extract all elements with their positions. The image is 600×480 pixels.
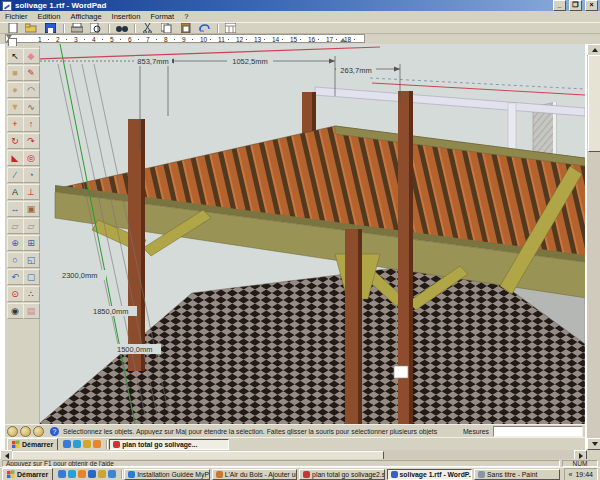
attribution-icon[interactable] bbox=[33, 426, 44, 437]
find-icon[interactable] bbox=[112, 22, 131, 35]
menu-affichage[interactable]: Affichage bbox=[65, 12, 106, 21]
task-button-wordpad[interactable]: solivage 1.rtf - WordP... bbox=[387, 469, 472, 480]
vertical-scrollbar[interactable] bbox=[587, 44, 600, 450]
eraser-tool[interactable]: ◆ bbox=[23, 48, 40, 64]
circle-tool[interactable]: ● bbox=[7, 82, 24, 98]
print-preview-icon[interactable] bbox=[86, 22, 105, 35]
push-pull-tool[interactable]: ↑ bbox=[23, 116, 40, 132]
media-player-icon[interactable] bbox=[73, 440, 81, 448]
rectangle-tool[interactable]: ■ bbox=[7, 65, 24, 81]
task-button-paint[interactable]: Sans titre - Paint bbox=[474, 469, 559, 480]
section-plane-tool[interactable]: ▤ bbox=[23, 303, 40, 319]
position-camera-tool[interactable]: ⊙ bbox=[7, 286, 24, 302]
date-time-icon[interactable] bbox=[221, 22, 240, 35]
scroll-down-button[interactable] bbox=[587, 438, 600, 450]
sketchup-hint-text: Sélectionnez les objets. Appuyez sur Maj… bbox=[63, 428, 461, 435]
axes-tool[interactable]: ⊥ bbox=[23, 184, 40, 200]
pan-tool[interactable]: ⊞ bbox=[23, 235, 40, 251]
orbit-tool[interactable]: ⊕ bbox=[7, 235, 24, 251]
ruler-number: 11 bbox=[218, 35, 225, 44]
paste-icon[interactable] bbox=[176, 22, 195, 35]
ruler-numbers[interactable]: 123456789101112131415161718 bbox=[5, 34, 365, 43]
task-icon bbox=[478, 471, 485, 478]
menu-aide[interactable]: ? bbox=[179, 12, 193, 21]
outlook-icon[interactable] bbox=[88, 470, 96, 478]
media-player-icon[interactable] bbox=[68, 470, 76, 478]
sun-app-icon[interactable] bbox=[83, 440, 91, 448]
task-button-installation[interactable]: Installation Guidée MyPC... bbox=[124, 469, 209, 480]
sketchup-canvas[interactable]: 853,7mm 1052,5mm 263,7mm 2300,0mm 1850,0… bbox=[40, 44, 585, 424]
browser-icon[interactable] bbox=[108, 470, 116, 478]
dimension-tool[interactable]: ↔ bbox=[7, 201, 24, 217]
document-area[interactable]: ↖◆■✎●◠▼∿+↑↻↷◣◎∕◔A⊥↔▣▱▱⊕⊞○◱↶▢⊙∴◉▤ bbox=[0, 44, 600, 450]
zoom-extents-tool[interactable]: ▢ bbox=[23, 269, 40, 285]
cut-icon[interactable] bbox=[138, 22, 157, 35]
task-button-air-du-bois[interactable]: L'Air du Bois - Ajouter un... bbox=[212, 469, 297, 480]
attribution-icon[interactable] bbox=[7, 426, 18, 437]
follow-me-tool[interactable]: ↷ bbox=[23, 133, 40, 149]
embedded-sketchup-image[interactable]: ↖◆■✎●◠▼∿+↑↻↷◣◎∕◔A⊥↔▣▱▱⊕⊞○◱↶▢⊙∴◉▤ bbox=[5, 44, 585, 450]
zoom-tool[interactable]: ○ bbox=[7, 252, 24, 268]
sketchup-toolbar: ↖◆■✎●◠▼∿+↑↻↷◣◎∕◔A⊥↔▣▱▱⊕⊞○◱↶▢⊙∴◉▤ bbox=[5, 46, 40, 424]
polygon-tool[interactable]: ▼ bbox=[7, 99, 24, 115]
tape-measure-tool[interactable]: ∕ bbox=[7, 167, 24, 183]
zoom-window-tool[interactable]: ◱ bbox=[23, 252, 40, 268]
minimize-button[interactable]: _ bbox=[553, 0, 566, 11]
arrow-left-icon bbox=[5, 453, 9, 459]
make-component-tool[interactable]: ▱ bbox=[7, 218, 24, 234]
rotate-tool[interactable]: ↻ bbox=[7, 133, 24, 149]
freehand-tool[interactable]: ∿ bbox=[23, 99, 40, 115]
print-icon[interactable] bbox=[67, 22, 86, 35]
ruler-number: 2 bbox=[56, 35, 60, 44]
close-button[interactable]: × bbox=[585, 0, 598, 11]
menu-format[interactable]: Format bbox=[145, 12, 179, 21]
task-button-sketchup-plan[interactable]: plan total go solivage2.s... bbox=[299, 469, 384, 480]
dim-height-1: 2300,0mm bbox=[62, 271, 97, 280]
center-post bbox=[345, 229, 362, 424]
group-tool[interactable]: ▱ bbox=[23, 218, 40, 234]
copy-icon[interactable] bbox=[157, 22, 176, 35]
tray-chevron[interactable]: « bbox=[569, 471, 573, 478]
arrow-down-icon bbox=[592, 442, 598, 446]
internet-explorer-icon[interactable] bbox=[63, 440, 71, 448]
help-icon[interactable]: ? bbox=[50, 427, 59, 436]
wordpad-status-bar: Appuyez sur F1 pour obtenir de l'aide NU… bbox=[0, 459, 600, 467]
chrome-icon[interactable] bbox=[93, 440, 101, 448]
walk-tool[interactable]: ∴ bbox=[23, 286, 40, 302]
paint-bucket-tool[interactable]: ▣ bbox=[23, 201, 40, 217]
look-around-tool[interactable]: ◉ bbox=[7, 303, 24, 319]
line-tool[interactable]: ✎ bbox=[23, 65, 40, 81]
start-button[interactable]: Démarrer bbox=[2, 468, 53, 480]
embedded-task-button[interactable]: plan total go solivage... bbox=[109, 439, 229, 450]
move-tool[interactable]: + bbox=[7, 116, 24, 132]
previous-view-tool[interactable]: ↶ bbox=[7, 269, 24, 285]
chrome-icon[interactable] bbox=[78, 470, 86, 478]
show-desktop-icon[interactable] bbox=[98, 470, 106, 478]
text-tool[interactable]: A bbox=[7, 184, 24, 200]
internet-explorer-icon[interactable] bbox=[58, 470, 66, 478]
task-label: Sans titre - Paint bbox=[487, 471, 537, 478]
open-icon[interactable] bbox=[22, 22, 41, 35]
menu-edition[interactable]: Edition bbox=[33, 12, 66, 21]
toolbar-separator bbox=[134, 24, 135, 33]
protractor-tool[interactable]: ◔ bbox=[23, 167, 40, 183]
scale-tool[interactable]: ◣ bbox=[7, 150, 24, 166]
menu-insertion[interactable]: Insertion bbox=[107, 12, 146, 21]
measures-value-box[interactable] bbox=[493, 426, 583, 437]
select-tool[interactable]: ↖ bbox=[7, 48, 24, 64]
horizontal-scrollbar[interactable] bbox=[0, 450, 587, 459]
arc-tool[interactable]: ◠ bbox=[23, 82, 40, 98]
offset-tool[interactable]: ◎ bbox=[23, 150, 40, 166]
ruler-number: 18 bbox=[344, 35, 351, 44]
task-label: L'Air du Bois - Ajouter un... bbox=[225, 471, 297, 478]
maximize-button[interactable]: ❐ bbox=[569, 0, 582, 11]
menu-fichier[interactable]: Fichier bbox=[0, 12, 33, 21]
task-icon bbox=[391, 471, 398, 478]
embedded-start-button[interactable]: Démarrer bbox=[7, 438, 58, 451]
title-bar: solivage 1.rtf - WordPad _ ❐ × bbox=[0, 0, 600, 11]
new-document-icon[interactable] bbox=[3, 22, 22, 35]
vertical-scroll-thumb[interactable] bbox=[588, 55, 600, 152]
save-icon[interactable] bbox=[41, 22, 60, 35]
undo-icon[interactable] bbox=[195, 22, 214, 35]
attribution-icon[interactable] bbox=[20, 426, 31, 437]
